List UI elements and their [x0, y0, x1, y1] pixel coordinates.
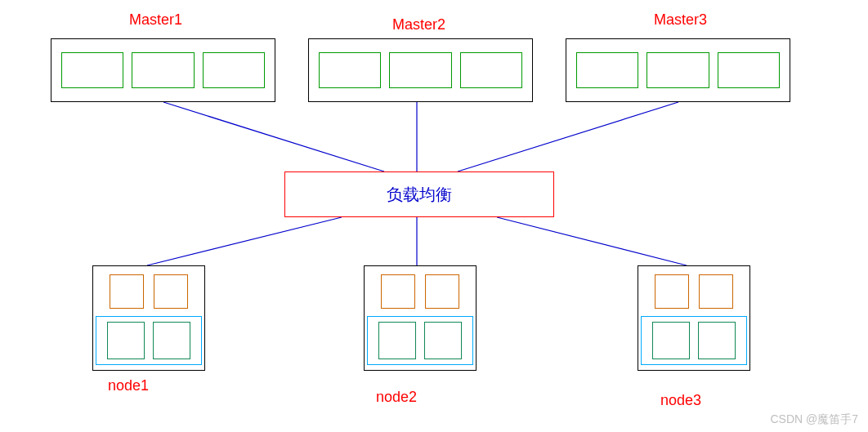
- master-slot: [203, 52, 265, 88]
- node-top-slot: [425, 274, 459, 309]
- node-top-row: [638, 274, 749, 310]
- svg-line-0: [163, 102, 384, 171]
- master-label-1: Master1: [129, 11, 182, 29]
- node-bottom-row: [96, 316, 202, 365]
- svg-line-2: [458, 102, 678, 171]
- node-top-row: [365, 274, 476, 310]
- node-bottom-slot: [153, 322, 190, 359]
- node-bottom-slot: [424, 322, 462, 359]
- node-top-row: [93, 274, 204, 310]
- master-slot: [460, 52, 522, 88]
- master-box-2: [308, 38, 533, 102]
- node-label-2: node2: [376, 389, 417, 406]
- master-box-3: [566, 38, 790, 102]
- master-slot: [718, 52, 780, 88]
- node-top-slot: [110, 274, 144, 309]
- diagram-canvas: Master1 Master2 Master3 负载均衡: [0, 0, 868, 432]
- svg-line-5: [497, 217, 687, 265]
- node-bottom-row: [641, 316, 747, 365]
- node-box-2: [364, 265, 477, 371]
- master-slot: [319, 52, 381, 88]
- master-slot: [132, 52, 194, 88]
- master-slot: [61, 52, 123, 88]
- node-label-3: node3: [660, 392, 701, 409]
- watermark: CSDN @魔笛手7: [770, 412, 858, 427]
- node-top-slot: [154, 274, 188, 309]
- node-box-1: [92, 265, 205, 371]
- node-box-3: [638, 265, 750, 371]
- node-bottom-slot: [652, 322, 690, 359]
- node-top-slot: [699, 274, 733, 309]
- load-balancer-label: 负载均衡: [387, 184, 452, 206]
- master-slot: [389, 52, 451, 88]
- node-bottom-slot: [698, 322, 736, 359]
- node-bottom-slot: [378, 322, 416, 359]
- master-slot: [576, 52, 638, 88]
- master-box-1: [51, 38, 275, 102]
- node-bottom-slot: [107, 322, 145, 359]
- node-label-1: node1: [108, 377, 149, 394]
- master-label-2: Master2: [392, 16, 445, 33]
- master-label-3: Master3: [654, 11, 707, 29]
- master-slot: [647, 52, 709, 88]
- load-balancer-box: 负载均衡: [284, 171, 554, 217]
- svg-line-3: [147, 217, 342, 265]
- node-top-slot: [655, 274, 689, 309]
- node-top-slot: [381, 274, 415, 309]
- node-bottom-row: [367, 316, 473, 365]
